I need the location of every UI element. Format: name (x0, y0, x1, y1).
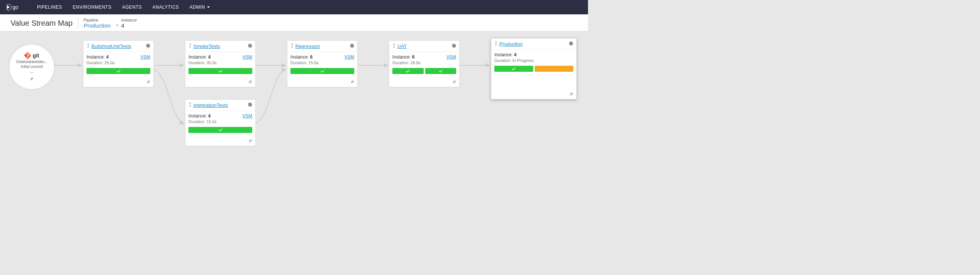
page-header: Value Stream Map Pipeline Production » I… (0, 14, 588, 31)
svg-point-6 (189, 43, 191, 45)
nav-analytics[interactable]: ANALYTICS (153, 5, 179, 10)
pin-icon[interactable] (570, 91, 573, 97)
pipeline-name: IntegrationTests (193, 102, 228, 108)
svg-text:go: go (13, 4, 19, 10)
vsm-link[interactable]: VSM (242, 113, 252, 119)
stage-bar-passed[interactable] (86, 68, 150, 74)
instance-label: Instance (121, 18, 137, 22)
breadcrumb-separator: » (116, 22, 119, 28)
vsm-canvas: git /Users/aravindsv... Initial commit .… (0, 31, 588, 164)
pipeline-link-production[interactable]: Production (494, 41, 523, 47)
material-path: /Users/aravindsv... (16, 60, 47, 64)
vsm-link[interactable]: VSM (140, 54, 150, 60)
gear-icon[interactable] (247, 102, 252, 108)
instance-text: Instance: 4 (494, 52, 517, 57)
git-label: git (32, 52, 39, 59)
pipeline-icon (392, 43, 396, 49)
pin-icon[interactable] (350, 79, 354, 84)
nav-admin[interactable]: ADMIN (189, 5, 210, 10)
pipeline-link-integrationtests[interactable]: IntegrationTests (188, 102, 228, 108)
duration-text: Duration: 35.0s (188, 60, 252, 65)
pipeline-icon (86, 43, 90, 49)
nav-pipelines[interactable]: PIPELINES (37, 5, 62, 10)
pin-icon[interactable] (30, 76, 33, 82)
pipeline-name: BuildAndUnitTests (91, 43, 131, 49)
gear-icon[interactable] (568, 41, 573, 47)
duration-text: Duration: In Progress (494, 58, 573, 63)
svg-point-13 (291, 46, 293, 48)
gear-icon[interactable] (145, 43, 150, 49)
page-title: Value Stream Map (11, 17, 78, 29)
top-nav: go PIPELINES ENVIRONMENTS AGENTS ANALYTI… (0, 0, 588, 14)
svg-point-12 (291, 43, 293, 45)
pipeline-card-buildandunittests: BuildAndUnitTests Instance: 4 VSM Durati… (83, 40, 154, 87)
pipeline-link-buildandunittests[interactable]: BuildAndUnitTests (86, 43, 131, 49)
pipeline-name: Production (499, 41, 523, 47)
duration-text: Duration: 15.0s (188, 119, 252, 124)
pipeline-card-uat: UAT Instance: 6 VSM Duration: 28.0s (389, 40, 460, 87)
pin-icon[interactable] (248, 79, 252, 84)
pipeline-card-regression: Regression Instance: 6 VSM Duration: 15.… (287, 40, 358, 87)
instance-text: Instance: 4 (188, 113, 211, 119)
pipeline-link-uat[interactable]: UAT (392, 43, 407, 49)
git-icon: git (24, 52, 39, 59)
svg-point-9 (189, 102, 191, 103)
pipeline-card-integrationtests: IntegrationTests Instance: 4 VSM Duratio… (185, 99, 256, 146)
svg-point-7 (189, 46, 191, 48)
vsm-link[interactable]: VSM (446, 54, 456, 60)
pin-icon[interactable] (146, 79, 150, 84)
pipeline-name: SmokeTests (193, 43, 220, 49)
svg-point-10 (189, 105, 191, 107)
pipeline-card-smoketests: SmokeTests Instance: 4 VSM Duration: 35.… (185, 40, 256, 87)
pipeline-name: UAT (397, 43, 407, 49)
gear-icon[interactable] (247, 43, 252, 49)
instance-text: Instance: 6 (392, 54, 415, 60)
material-git[interactable]: git /Users/aravindsv... Initial commit .… (10, 45, 54, 89)
stage-bar-passed[interactable] (494, 66, 533, 72)
duration-text: Duration: 28.0s (392, 60, 456, 65)
stage-bar-passed[interactable] (290, 68, 354, 74)
pipeline-link[interactable]: Production (83, 22, 111, 29)
pipeline-icon (188, 43, 192, 49)
pin-icon[interactable] (248, 138, 252, 143)
svg-point-16 (393, 46, 395, 48)
stage-bar-passed[interactable] (425, 68, 457, 74)
duration-text: Duration: 15.0s (290, 60, 354, 65)
svg-point-4 (88, 46, 89, 48)
svg-marker-0 (7, 5, 10, 9)
pipeline-label: Pipeline (83, 18, 111, 22)
stage-bar-passed[interactable] (188, 68, 252, 74)
pipeline-icon (494, 41, 498, 47)
nav-environments[interactable]: ENVIRONMENTS (73, 5, 112, 10)
svg-point-15 (393, 43, 395, 45)
stage-bar-passed[interactable] (392, 68, 424, 74)
chevron-down-icon (207, 6, 210, 8)
pipeline-link-smoketests[interactable]: SmokeTests (188, 43, 220, 49)
instance-text: Instance: 6 (290, 54, 313, 60)
vsm-link[interactable]: VSM (242, 54, 252, 60)
pipeline-name: Regression (295, 43, 320, 49)
pipeline-link-regression[interactable]: Regression (290, 43, 320, 49)
breadcrumb-pipeline: Pipeline Production (83, 18, 111, 29)
duration-text: Duration: 25.0s (86, 60, 150, 65)
breadcrumb-instance: Instance 4 (121, 18, 137, 29)
gear-icon[interactable] (349, 43, 354, 49)
stage-bar-passed[interactable] (188, 127, 252, 133)
instance-text: Instance: 4 (188, 54, 211, 60)
vsm-link[interactable]: VSM (344, 54, 354, 60)
instance-text: Instance: 4 (86, 54, 109, 60)
pin-icon[interactable] (452, 79, 456, 84)
nav-agents[interactable]: AGENTS (122, 5, 142, 10)
svg-point-18 (495, 41, 496, 42)
material-more[interactable]: ... (30, 69, 33, 74)
instance-value: 4 (121, 22, 137, 29)
svg-point-3 (88, 43, 89, 45)
pipeline-card-production: Production Instance: 4 Duration: In Prog… (491, 38, 577, 99)
gocd-logo[interactable]: go (6, 3, 22, 11)
svg-point-19 (495, 44, 496, 45)
pipeline-icon (290, 43, 294, 49)
gear-icon[interactable] (451, 43, 456, 49)
stage-bar-building[interactable] (535, 66, 574, 72)
material-commit: Initial commit (21, 65, 43, 69)
pipeline-icon (188, 102, 192, 108)
